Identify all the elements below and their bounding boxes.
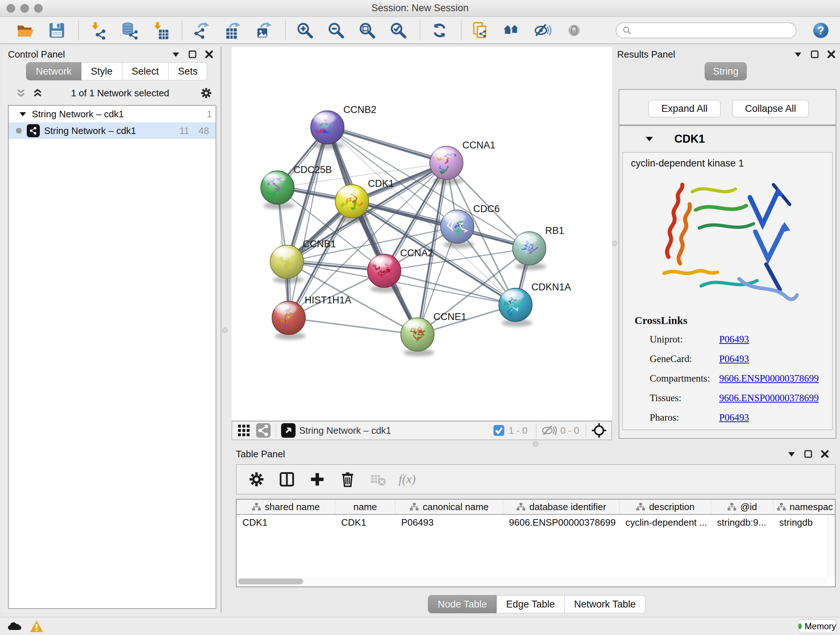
tab-select[interactable]: Select xyxy=(122,62,169,80)
close-window-button[interactable] xyxy=(6,4,15,13)
table-cell[interactable]: CDK1 xyxy=(335,515,395,530)
table-panel-close-button[interactable] xyxy=(818,448,831,461)
function-builder-button[interactable]: f(x) xyxy=(399,472,416,486)
save-session-button[interactable] xyxy=(47,21,66,40)
new-network-button[interactable] xyxy=(192,21,211,40)
maximize-window-button[interactable] xyxy=(34,4,43,13)
delete-column-button[interactable] xyxy=(338,470,357,489)
network-node[interactable] xyxy=(513,232,546,270)
collapse-all-networks-button[interactable] xyxy=(14,87,27,100)
tab-edge-table[interactable]: Edge Table xyxy=(497,595,565,613)
first-neighbors-button[interactable] xyxy=(502,21,522,40)
network-icon xyxy=(27,124,40,137)
warning-icon[interactable] xyxy=(28,618,45,635)
collection-caret-icon[interactable] xyxy=(19,110,27,118)
zoom-out-button[interactable] xyxy=(326,21,346,40)
table-cell[interactable]: stringdb:9... xyxy=(711,515,774,530)
show-all-button[interactable] xyxy=(564,21,584,40)
network-node[interactable] xyxy=(430,146,463,185)
table-cell[interactable]: CDK1 xyxy=(237,515,335,530)
network-node[interactable] xyxy=(401,318,434,356)
copy-network-button[interactable] xyxy=(471,21,491,40)
show-column-button[interactable] xyxy=(277,470,297,489)
tab-node-table[interactable]: Node Table xyxy=(428,595,497,613)
column-header-shared-name[interactable]: shared name xyxy=(237,500,335,514)
table-horizontal-scrollbar[interactable] xyxy=(237,578,827,585)
table-panel-float-button[interactable] xyxy=(802,448,815,461)
create-column-button[interactable] xyxy=(308,470,327,489)
cloud-icon[interactable] xyxy=(6,618,22,635)
column-header-canonical-name[interactable]: canonical name xyxy=(395,500,503,514)
table-panel-menu-button[interactable] xyxy=(785,448,798,461)
search-input[interactable] xyxy=(616,22,797,38)
control-panel-close-button[interactable] xyxy=(202,48,216,61)
results-tab-string[interactable]: String xyxy=(705,62,747,80)
network-view-icon[interactable] xyxy=(256,423,271,438)
zoom-fit-button[interactable] xyxy=(357,21,377,40)
network-node[interactable] xyxy=(335,185,369,223)
table-vertical-scrollbar[interactable] xyxy=(828,515,835,577)
network-node[interactable] xyxy=(272,301,306,340)
network-node[interactable] xyxy=(311,111,344,149)
window-title: Session: New Session xyxy=(371,3,469,14)
crosslink-link[interactable]: 9606.ENSP00000378699 xyxy=(719,393,819,404)
grid-view-icon[interactable] xyxy=(237,423,251,438)
column-header-description[interactable]: description xyxy=(620,500,711,514)
tab-style[interactable]: Style xyxy=(81,62,122,80)
table-cell[interactable]: 9606.ENSP00000378699 xyxy=(503,515,620,530)
column-header-namespac[interactable]: namespac xyxy=(774,500,836,514)
crosslink-link[interactable]: P06493 xyxy=(719,334,749,345)
collapse-all-button[interactable]: Collapse All xyxy=(732,100,809,117)
tab-sets[interactable]: Sets xyxy=(169,62,207,80)
column-header-name[interactable]: name xyxy=(335,500,395,514)
control-panel-float-button[interactable] xyxy=(186,48,199,61)
import-network-button[interactable] xyxy=(88,21,108,40)
network-node[interactable] xyxy=(270,245,304,283)
help-button[interactable]: ? xyxy=(812,21,830,40)
hide-selected-button[interactable] xyxy=(533,21,553,40)
network-collection-row[interactable]: String Network – cdk1 1 xyxy=(9,106,216,122)
expand-all-button[interactable]: Expand All xyxy=(648,100,721,117)
network-row[interactable]: String Network – cdk1 11 48 xyxy=(9,122,216,139)
expand-all-networks-button[interactable] xyxy=(31,87,44,100)
table-options-gear-button[interactable] xyxy=(247,470,266,489)
selected-checkbox-icon[interactable] xyxy=(493,424,505,437)
birdseye-view-icon[interactable] xyxy=(281,423,295,438)
collection-count: 1 xyxy=(207,109,212,120)
network-node[interactable] xyxy=(261,171,294,209)
column-header-@id[interactable]: @id xyxy=(711,500,774,514)
tab-network-table[interactable]: Network Table xyxy=(565,595,646,613)
network-node[interactable] xyxy=(368,254,401,293)
zoom-in-button[interactable] xyxy=(295,21,315,40)
column-header-database-identifier[interactable]: database identifier xyxy=(503,500,620,514)
gene-caret-icon[interactable] xyxy=(645,134,654,144)
title-bar: Session: New Session xyxy=(0,0,840,17)
zoom-selected-button[interactable] xyxy=(388,21,408,40)
tab-network[interactable]: Network xyxy=(26,62,81,80)
export-image-button[interactable] xyxy=(254,21,273,40)
crosslink-link[interactable]: P06493 xyxy=(719,353,749,364)
crosslink-link[interactable]: 9606.ENSP00000378699 xyxy=(719,373,819,384)
network-node[interactable] xyxy=(441,210,474,249)
birdseye-toggle-icon[interactable] xyxy=(591,423,607,439)
left-splitter-handle[interactable] xyxy=(222,328,227,333)
apply-layout-button[interactable] xyxy=(430,21,449,40)
open-session-button[interactable] xyxy=(16,21,35,40)
control-panel-menu-button[interactable] xyxy=(169,48,182,61)
new-table-button[interactable] xyxy=(223,21,242,40)
table-cell[interactable]: stringdb xyxy=(774,515,836,530)
delete-table-button[interactable] xyxy=(368,470,388,489)
memory-button[interactable]: Memory xyxy=(798,619,836,633)
table-cell[interactable]: cyclin-dependent ... xyxy=(620,515,711,530)
table-cell[interactable]: P06493 xyxy=(395,515,503,530)
network-options-gear-button[interactable] xyxy=(200,87,213,100)
minimize-window-button[interactable] xyxy=(20,4,29,13)
network-node[interactable] xyxy=(499,288,532,326)
crosslink-link[interactable]: P06493 xyxy=(719,412,749,423)
network-canvas[interactable]: CCNB2CCNA1CDC25BCDK1CDC6RB1CCNB1CCNA2CDK… xyxy=(232,47,612,421)
results-panel-float-button[interactable] xyxy=(808,48,821,61)
import-network-from-database-button[interactable] xyxy=(119,21,139,40)
results-panel-close-button[interactable] xyxy=(825,48,838,61)
results-panel-menu-button[interactable] xyxy=(791,48,805,61)
import-table-button[interactable] xyxy=(150,21,170,40)
